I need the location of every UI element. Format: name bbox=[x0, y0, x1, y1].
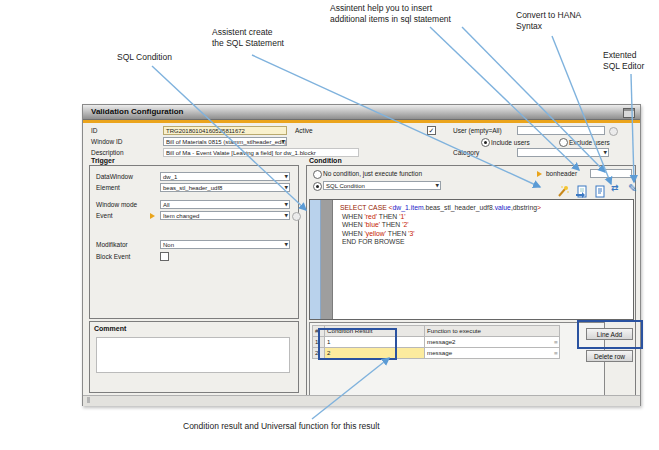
function-cell[interactable]: message2≡ bbox=[425, 337, 560, 348]
sql-code-line: END FOR BROWSE bbox=[340, 238, 633, 247]
callout-assistant-create: Assistent createthe SQL Statement bbox=[212, 27, 284, 48]
sql-code-line: WHEN 'yellow' THEN '3' bbox=[340, 230, 633, 239]
callout-sql-condition: SQL Condition bbox=[117, 52, 172, 63]
id-label: ID bbox=[91, 126, 98, 135]
include-users-label: Include users bbox=[491, 138, 530, 147]
chevron-down-icon: ▼ bbox=[604, 149, 607, 157]
delete-row-button[interactable]: Delete row bbox=[586, 350, 633, 362]
dialog-bottom-strip bbox=[83, 395, 640, 406]
sql-editor[interactable]: SELECT CASE <dw_1.item.beas_stl_header_u… bbox=[309, 199, 634, 320]
window-id-label: Window ID bbox=[91, 137, 122, 146]
comment-label: Comment bbox=[94, 325, 126, 332]
chevron-down-icon: ▼ bbox=[285, 184, 288, 192]
col-header-function: Function to execute bbox=[425, 326, 560, 337]
sql-code-line: WHEN 'blue' THEN '2' bbox=[340, 221, 633, 230]
description-label: Description bbox=[91, 148, 124, 157]
sql-statement-icon[interactable] bbox=[593, 184, 607, 197]
event-label: Event bbox=[96, 211, 113, 220]
block-event-label: Block Event bbox=[96, 252, 130, 261]
user-info-icon[interactable] bbox=[609, 127, 618, 136]
description-field[interactable]: Bill of Ma - Event Valate [Leaving a fie… bbox=[163, 148, 359, 157]
window-mode-combo[interactable]: All▼ bbox=[160, 200, 290, 209]
datawindow-combo[interactable]: dw_1▼ bbox=[160, 172, 290, 181]
user-field[interactable] bbox=[517, 126, 605, 135]
category-label: Category bbox=[453, 148, 479, 157]
datawindow-label: DataWindow bbox=[96, 172, 133, 181]
exclude-users-label: Exclude users bbox=[569, 138, 610, 147]
chevron-down-icon: ▼ bbox=[282, 138, 285, 146]
user-label: User (empty=All) bbox=[453, 126, 502, 135]
sql-code-line: WHEN 'red' THEN '1' bbox=[340, 213, 633, 222]
condition-groupbox: No condition, just execute function bonh… bbox=[306, 165, 636, 403]
condition-section-label: Condition bbox=[309, 157, 342, 164]
window-icon[interactable] bbox=[623, 108, 635, 118]
sql-condition-combo[interactable]: SQL Condition ▼ bbox=[323, 181, 441, 190]
comment-textarea[interactable] bbox=[96, 337, 290, 373]
dialog-title: Validation Configuration bbox=[83, 105, 640, 119]
comment-groupbox: Comment bbox=[89, 321, 299, 393]
chevron-down-icon: ▼ bbox=[285, 212, 288, 220]
insert-field-arrow-icon[interactable] bbox=[537, 171, 542, 177]
category-combo[interactable]: ▼ bbox=[517, 148, 609, 157]
event-arrow-icon[interactable] bbox=[150, 213, 155, 219]
highlight-box-line-add bbox=[577, 320, 643, 349]
modifikator-label: Modifikator bbox=[96, 240, 128, 249]
screenshot-canvas: SQL Condition Assistent createthe SQL St… bbox=[0, 0, 659, 450]
chevron-down-icon: ▼ bbox=[285, 241, 288, 249]
hana-convert-icon[interactable]: ⇄ bbox=[611, 183, 625, 196]
insert-field-input[interactable] bbox=[590, 169, 632, 178]
function-cell[interactable]: message≡ bbox=[425, 348, 560, 359]
element-combo[interactable]: beas_stl_header_udf8▼ bbox=[160, 183, 290, 192]
function-picker-icon[interactable]: ≡ bbox=[554, 350, 558, 356]
chevron-down-icon: ▼ bbox=[285, 201, 288, 209]
trigger-groupbox: DataWindow dw_1▼ Element beas_stl_header… bbox=[89, 165, 299, 319]
id-field[interactable]: TRG20180104160525811672 bbox=[163, 126, 287, 135]
callout-assistant-insert: Assintent help you to insertadditional i… bbox=[330, 3, 451, 24]
trigger-section-label: Trigger bbox=[91, 157, 115, 164]
callout-convert-hana: Convert to HANASyntax bbox=[516, 10, 581, 31]
block-event-checkbox[interactable] bbox=[160, 252, 169, 261]
sql-condition-radio[interactable] bbox=[313, 182, 322, 191]
highlight-box-condition-result bbox=[318, 328, 397, 360]
resize-grip[interactable] bbox=[87, 397, 90, 403]
dialog-titlebar[interactable]: Validation Configuration bbox=[83, 105, 640, 120]
exclude-users-radio[interactable] bbox=[559, 138, 568, 147]
extended-editor-pencil-icon[interactable]: ✎ bbox=[628, 182, 642, 195]
accent-line bbox=[83, 120, 640, 123]
chevron-down-icon: ▼ bbox=[285, 173, 288, 181]
wand-icon[interactable] bbox=[556, 184, 570, 197]
modifikator-combo[interactable]: Non▼ bbox=[160, 240, 290, 249]
callout-extended-editor: ExtentedSQL Editor bbox=[603, 50, 644, 71]
no-condition-label: No condition, just execute function bbox=[323, 169, 422, 178]
check-icon: ✓ bbox=[429, 127, 435, 135]
chevron-down-icon: ▼ bbox=[436, 182, 439, 190]
event-info-icon[interactable] bbox=[292, 212, 301, 221]
active-checkbox[interactable]: ✓ bbox=[427, 126, 436, 135]
active-label: Active bbox=[295, 126, 313, 135]
insert-field-name[interactable]: bonheader bbox=[546, 169, 577, 178]
insert-statement-icon[interactable] bbox=[575, 184, 589, 197]
event-combo[interactable]: Item changed▼ bbox=[160, 211, 290, 220]
include-users-radio[interactable] bbox=[481, 138, 490, 147]
callout-condition-result: Condition result and Universal function … bbox=[183, 421, 380, 432]
function-picker-icon[interactable]: ≡ bbox=[554, 339, 558, 345]
window-id-combo[interactable]: Bill of Materials 0815 (stamm_stlheader_… bbox=[163, 137, 287, 146]
element-label: Element bbox=[96, 183, 120, 192]
no-condition-radio[interactable] bbox=[313, 170, 322, 179]
window-mode-label: Window mode bbox=[96, 200, 137, 209]
sql-code-line: SELECT CASE <dw_1.item.beas_stl_header_u… bbox=[340, 204, 633, 213]
validation-configuration-dialog: Validation Configuration ID TRG201801041… bbox=[82, 104, 641, 406]
